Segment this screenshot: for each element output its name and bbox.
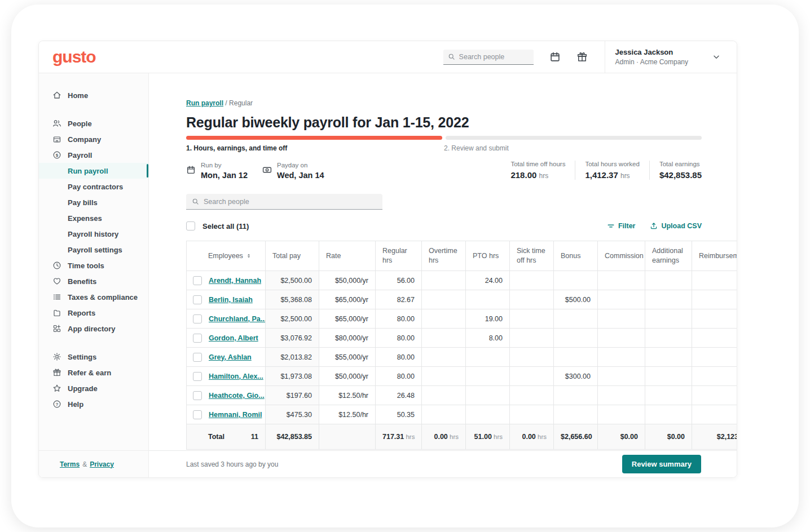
column-header-commission: Commission (598, 241, 645, 271)
row-checkbox[interactable] (193, 276, 202, 285)
table-cell (645, 348, 692, 367)
select-all-checkbox[interactable] (186, 221, 195, 230)
employee-link[interactable]: Grey, Ashlan (209, 353, 252, 361)
upload-csv-button[interactable]: Upload CSV (650, 222, 702, 230)
employee-link[interactable]: Churchland, Pa... (209, 315, 266, 323)
table-search[interactable] (186, 194, 382, 210)
table-cell (598, 386, 645, 405)
total-value: 0.00 (522, 433, 535, 441)
sidebar-item-label: Help (68, 400, 83, 409)
header-search[interactable] (443, 50, 534, 65)
sidebar-item-pay-contractors[interactable]: Pay contractors (39, 179, 148, 194)
gusto-logo[interactable]: gusto (52, 48, 96, 65)
run-by-label: Run by (201, 162, 248, 169)
table-cell (692, 271, 737, 290)
employee-link[interactable]: Arendt, Hannah (209, 277, 261, 285)
privacy-link[interactable]: Privacy (90, 460, 114, 468)
header-search-input[interactable] (459, 53, 527, 61)
clock-icon (52, 261, 61, 270)
review-summary-button[interactable]: Review summary (622, 455, 701, 473)
employee-link[interactable]: Heathcote, Gio... (209, 392, 265, 400)
table-cell: $500.00 (554, 290, 598, 309)
star-icon (52, 384, 61, 393)
row-checkbox[interactable] (193, 391, 202, 400)
sidebar-item-payroll-history[interactable]: Payroll history (39, 226, 148, 242)
sidebar-item-settings[interactable]: Settings (39, 349, 148, 365)
row-checkbox[interactable] (193, 295, 202, 304)
table-cell (645, 290, 692, 309)
employee-link[interactable]: Hemnani, Romil (209, 411, 262, 419)
table-search-input[interactable] (204, 198, 367, 206)
table-cell (422, 290, 466, 309)
ampersand-text: & (82, 460, 87, 468)
sidebar-item-company[interactable]: Company (39, 131, 148, 147)
column-header-overtime-hrs: Overtime hrs (422, 241, 466, 271)
breadcrumb-run-payroll-link[interactable]: Run payroll (186, 99, 223, 107)
payroll-table-container: EmployeesTotal payRateRegular hrsOvertim… (186, 241, 737, 450)
sidebar-item-help[interactable]: ?Help (39, 396, 148, 412)
table-cell: $475.30 (266, 405, 319, 424)
stat-hours-worked: Total hours worked 1,412.37 hrs (575, 161, 649, 180)
terms-link[interactable]: Terms (60, 460, 80, 468)
sidebar-item-people[interactable]: People (39, 116, 148, 131)
table-cell (645, 367, 692, 386)
row-checkbox[interactable] (193, 314, 202, 323)
table-cell (692, 405, 737, 424)
sidebar-item-reports[interactable]: Reports (39, 305, 148, 321)
totals-stats: Total time off hours 218.00 hrs Total ho… (501, 161, 702, 180)
gift-icon[interactable] (576, 51, 588, 63)
table-cell (692, 386, 737, 405)
sidebar-item-run-payroll[interactable]: Run payroll (39, 163, 148, 179)
employee-link[interactable]: Berlin, Isaiah (209, 296, 253, 304)
sidebar-item-label: Home (68, 91, 88, 100)
sort-icon[interactable] (246, 252, 252, 259)
table-cell (466, 290, 510, 309)
column-header-sick-time-off-hrs: Sick time off hrs (510, 241, 554, 271)
sidebar-item-payroll[interactable]: $Payroll (39, 147, 148, 163)
sidebar-item-home[interactable]: Home (39, 87, 148, 103)
sidebar-item-time-tools[interactable]: Time tools (39, 258, 148, 273)
employee-link[interactable]: Hamilton, Alex... (209, 373, 263, 380)
stat-time-off: Total time off hours 218.00 hrs (501, 161, 575, 180)
table-cell (645, 309, 692, 329)
total-cell: 717.31 hrs (376, 424, 422, 450)
sidebar-item-pay-bills[interactable]: Pay bills (39, 194, 148, 210)
sidebar-item-payroll-settings[interactable]: Payroll settings (39, 242, 148, 258)
filter-label: Filter (618, 222, 636, 230)
sidebar-nav: HomePeopleCompany$PayrollRun payrollPay … (39, 73, 148, 412)
main-panel: Run payroll / Regular Regular biweekly p… (149, 73, 737, 477)
sidebar-item-taxes-compliance[interactable]: Taxes & compliance (39, 289, 148, 305)
table-cell: $55,000/yr (319, 348, 376, 367)
column-header-employees[interactable]: Employees (187, 241, 266, 271)
sidebar-item-label: People (68, 119, 92, 128)
list-icon (52, 292, 61, 302)
table-cell (598, 367, 645, 386)
table-cell (510, 348, 554, 367)
row-checkbox[interactable] (193, 334, 202, 343)
sidebar-item-label: Company (68, 135, 101, 144)
row-checkbox[interactable] (193, 410, 202, 419)
employee-link[interactable]: Gordon, Albert (209, 334, 258, 342)
row-checkbox[interactable] (193, 372, 202, 381)
breadcrumb-separator: / (225, 99, 227, 107)
sidebar-item-upgrade[interactable]: Upgrade (39, 380, 148, 396)
table-cell (692, 348, 737, 367)
employee-cell: Hamilton, Alex... (187, 367, 266, 386)
upload-csv-label: Upload CSV (661, 222, 702, 230)
sidebar-item-refer-earn[interactable]: Refer & earn (39, 365, 148, 380)
calendar-icon[interactable] (549, 51, 561, 63)
table-cell (598, 405, 645, 424)
employee-cell: Arendt, Hannah (187, 271, 266, 290)
filter-button[interactable]: Filter (607, 222, 636, 230)
user-menu[interactable]: Jessica Jackson Admin · Acme Company (605, 41, 737, 73)
sidebar-item-benefits[interactable]: Benefits (39, 273, 148, 289)
row-checkbox[interactable] (193, 353, 202, 362)
table-cell (554, 348, 598, 367)
sidebar-gap (39, 336, 148, 349)
table-cell (422, 309, 466, 329)
sidebar-item-app-directory[interactable]: App directory (39, 321, 148, 336)
table-total-row: Total11$42,853.85717.31 hrs0.00 hrs51.00… (187, 424, 737, 450)
bottom-bar: Last saved 3 hours ago by you Review sum… (149, 450, 737, 477)
sidebar-item-expenses[interactable]: Expenses (39, 210, 148, 226)
column-header-regular-hrs: Regular hrs (376, 241, 422, 271)
